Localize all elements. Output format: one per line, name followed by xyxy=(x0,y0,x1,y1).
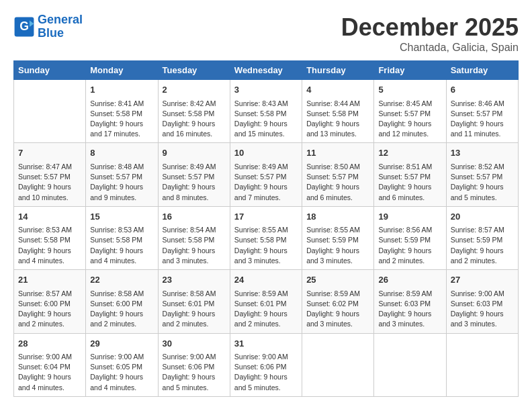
sunset-label: Sunset: 5:57 PM xyxy=(451,109,503,118)
sunset-label: Sunset: 6:03 PM xyxy=(378,300,431,308)
sunrise-label: Sunrise: 8:53 AM xyxy=(90,226,144,234)
calendar-day-cell: 31 Sunrise: 9:00 AM Sunset: 6:06 PM Dayl… xyxy=(230,333,302,396)
sunset-label: Sunset: 5:58 PM xyxy=(18,236,71,244)
daylight-label: Daylight: 9 hours and 12 minutes. xyxy=(378,120,431,138)
sunrise-label: Sunrise: 8:45 AM xyxy=(378,99,432,107)
day-number: 12 xyxy=(378,146,441,160)
day-info: Sunrise: 8:53 AM Sunset: 5:58 PM Dayligh… xyxy=(90,225,153,266)
day-number: 8 xyxy=(90,146,153,160)
sunrise-label: Sunrise: 8:50 AM xyxy=(306,163,360,171)
calendar-day-cell xyxy=(374,333,446,396)
logo-icon: G xyxy=(13,16,35,38)
sunset-label: Sunset: 5:57 PM xyxy=(378,173,431,181)
day-info: Sunrise: 8:55 AM Sunset: 5:58 PM Dayligh… xyxy=(234,225,298,266)
daylight-label: Daylight: 9 hours and 2 minutes. xyxy=(90,310,143,328)
daylight-label: Daylight: 9 hours and 17 minutes. xyxy=(90,120,143,138)
daylight-label: Daylight: 9 hours and 4 minutes. xyxy=(90,246,143,265)
day-info: Sunrise: 8:52 AM Sunset: 5:57 PM Dayligh… xyxy=(451,162,514,203)
day-number: 6 xyxy=(451,83,514,97)
sunset-label: Sunset: 6:00 PM xyxy=(18,300,71,308)
daylight-label: Daylight: 9 hours and 11 minutes. xyxy=(451,120,504,138)
sunrise-label: Sunrise: 8:59 AM xyxy=(378,289,432,298)
daylight-label: Daylight: 9 hours and 5 minutes. xyxy=(451,183,504,201)
calendar-day-cell xyxy=(14,80,86,143)
sunrise-label: Sunrise: 8:55 AM xyxy=(306,226,360,234)
sunrise-label: Sunrise: 8:49 AM xyxy=(234,163,288,171)
day-info: Sunrise: 8:56 AM Sunset: 5:59 PM Dayligh… xyxy=(378,225,441,266)
daylight-label: Daylight: 9 hours and 10 minutes. xyxy=(18,183,71,201)
sunrise-label: Sunrise: 8:49 AM xyxy=(163,163,216,171)
day-number: 27 xyxy=(451,273,514,287)
weekday-header: Sunday xyxy=(14,61,86,80)
calendar-day-cell: 10 Sunrise: 8:49 AM Sunset: 5:57 PM Dayl… xyxy=(230,143,302,206)
day-info: Sunrise: 8:54 AM Sunset: 5:58 PM Dayligh… xyxy=(163,225,226,266)
sunset-label: Sunset: 5:58 PM xyxy=(90,109,142,118)
daylight-label: Daylight: 9 hours and 5 minutes. xyxy=(163,373,216,391)
sunset-label: Sunset: 6:04 PM xyxy=(18,363,71,371)
calendar-day-cell: 20 Sunrise: 8:57 AM Sunset: 5:59 PM Dayl… xyxy=(446,206,518,269)
sunrise-label: Sunrise: 8:46 AM xyxy=(451,99,504,107)
day-info: Sunrise: 8:46 AM Sunset: 5:57 PM Dayligh… xyxy=(451,99,514,140)
calendar-day-cell: 30 Sunrise: 9:00 AM Sunset: 6:06 PM Dayl… xyxy=(158,333,230,396)
weekday-header: Wednesday xyxy=(230,61,302,80)
logo-line2: Blue xyxy=(38,26,64,40)
calendar-week-row: 7 Sunrise: 8:47 AM Sunset: 5:57 PM Dayli… xyxy=(14,143,519,206)
daylight-label: Daylight: 9 hours and 2 minutes. xyxy=(234,310,287,328)
day-number: 17 xyxy=(234,210,298,224)
day-info: Sunrise: 9:00 AM Sunset: 6:03 PM Dayligh… xyxy=(451,289,514,330)
daylight-label: Daylight: 9 hours and 3 minutes. xyxy=(306,246,359,265)
sunset-label: Sunset: 6:03 PM xyxy=(451,300,503,308)
day-number: 23 xyxy=(163,273,226,287)
sunrise-label: Sunrise: 8:58 AM xyxy=(163,289,216,298)
calendar-day-cell: 13 Sunrise: 8:52 AM Sunset: 5:57 PM Dayl… xyxy=(446,143,518,206)
sunset-label: Sunset: 5:58 PM xyxy=(234,236,287,244)
sunset-label: Sunset: 6:01 PM xyxy=(163,300,215,308)
daylight-label: Daylight: 9 hours and 2 minutes. xyxy=(451,246,504,265)
sunset-label: Sunset: 5:58 PM xyxy=(163,109,215,118)
daylight-label: Daylight: 9 hours and 2 minutes. xyxy=(18,310,71,328)
sunrise-label: Sunrise: 8:52 AM xyxy=(451,163,504,171)
calendar-day-cell: 26 Sunrise: 8:59 AM Sunset: 6:03 PM Dayl… xyxy=(374,270,446,333)
day-number: 24 xyxy=(234,273,298,287)
day-info: Sunrise: 8:59 AM Sunset: 6:03 PM Dayligh… xyxy=(378,289,441,330)
day-number: 25 xyxy=(306,273,369,287)
calendar-week-row: 21 Sunrise: 8:57 AM Sunset: 6:00 PM Dayl… xyxy=(14,270,519,333)
day-number: 1 xyxy=(90,83,153,97)
sunrise-label: Sunrise: 8:59 AM xyxy=(306,289,360,298)
calendar-day-cell: 24 Sunrise: 8:59 AM Sunset: 6:01 PM Dayl… xyxy=(230,270,302,333)
day-info: Sunrise: 8:57 AM Sunset: 6:00 PM Dayligh… xyxy=(18,289,81,330)
calendar-day-cell: 21 Sunrise: 8:57 AM Sunset: 6:00 PM Dayl… xyxy=(14,270,86,333)
sunset-label: Sunset: 5:59 PM xyxy=(306,236,359,244)
sunrise-label: Sunrise: 8:58 AM xyxy=(90,289,144,298)
month-title: December 2025 xyxy=(341,13,519,42)
sunrise-label: Sunrise: 8:53 AM xyxy=(18,226,72,234)
calendar-day-cell: 18 Sunrise: 8:55 AM Sunset: 5:59 PM Dayl… xyxy=(302,206,374,269)
day-number: 18 xyxy=(306,210,369,224)
day-number: 26 xyxy=(378,273,441,287)
day-info: Sunrise: 8:43 AM Sunset: 5:58 PM Dayligh… xyxy=(234,99,298,140)
sunrise-label: Sunrise: 8:56 AM xyxy=(378,226,432,234)
sunrise-label: Sunrise: 8:47 AM xyxy=(18,163,72,171)
day-info: Sunrise: 8:47 AM Sunset: 5:57 PM Dayligh… xyxy=(18,162,81,203)
logo-line1: General xyxy=(38,13,83,26)
sunrise-label: Sunrise: 8:54 AM xyxy=(163,226,216,234)
logo: G General Blue xyxy=(13,13,83,40)
day-info: Sunrise: 8:49 AM Sunset: 5:57 PM Dayligh… xyxy=(234,162,298,203)
day-info: Sunrise: 8:53 AM Sunset: 5:58 PM Dayligh… xyxy=(18,225,81,266)
calendar-day-cell: 5 Sunrise: 8:45 AM Sunset: 5:57 PM Dayli… xyxy=(374,80,446,143)
day-info: Sunrise: 8:41 AM Sunset: 5:58 PM Dayligh… xyxy=(90,99,153,140)
sunset-label: Sunset: 5:57 PM xyxy=(90,173,142,181)
sunset-label: Sunset: 6:01 PM xyxy=(234,300,287,308)
day-info: Sunrise: 9:00 AM Sunset: 6:05 PM Dayligh… xyxy=(90,352,153,393)
sunrise-label: Sunrise: 8:57 AM xyxy=(451,226,504,234)
page-header: G General Blue December 2025 Chantada, G… xyxy=(13,13,519,54)
day-number: 15 xyxy=(90,210,153,224)
day-number: 3 xyxy=(234,83,298,97)
sunset-label: Sunset: 6:05 PM xyxy=(90,363,142,371)
weekday-header: Thursday xyxy=(302,61,374,80)
sunset-label: Sunset: 5:58 PM xyxy=(90,236,142,244)
day-number: 14 xyxy=(18,210,81,224)
day-number: 22 xyxy=(90,273,153,287)
calendar-day-cell: 27 Sunrise: 9:00 AM Sunset: 6:03 PM Dayl… xyxy=(446,270,518,333)
sunset-label: Sunset: 5:57 PM xyxy=(18,173,71,181)
